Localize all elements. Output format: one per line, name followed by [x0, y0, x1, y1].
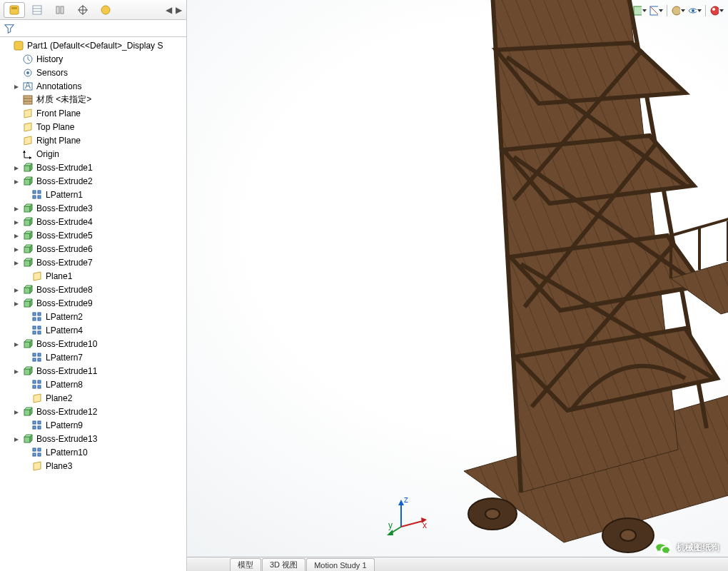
expand-toggle-icon[interactable]: ▸	[12, 367, 21, 375]
view-orient-icon[interactable]	[616, 4, 630, 18]
apply-scene-icon[interactable]	[687, 4, 702, 18]
tree-item[interactable]: ▸Boss-Extrude2	[1, 174, 186, 188]
svg-rect-74	[38, 385, 41, 388]
tree-filter-bar[interactable]	[0, 20, 186, 37]
svg-rect-81	[38, 426, 41, 429]
pattern-icon	[31, 447, 44, 458]
edit-appearance-icon[interactable]	[671, 4, 685, 18]
tree-item[interactable]: ▸AAnnotations	[1, 79, 186, 93]
tree-item[interactable]: Plane2	[1, 391, 186, 405]
tree-item[interactable]: ▸Boss-Extrude6	[1, 242, 186, 256]
tree-item[interactable]: LPattern8	[1, 378, 186, 391]
tree-item[interactable]: ▸Boss-Extrude8	[1, 283, 186, 296]
svg-line-123	[507, 57, 685, 186]
feature-manager-tab[interactable]	[4, 2, 25, 18]
tree-item[interactable]: LPattern4	[1, 323, 186, 337]
tree-item[interactable]: ▸Boss-Extrude11	[1, 364, 186, 378]
expand-toggle-icon[interactable]	[12, 123, 21, 131]
expand-toggle-icon[interactable]	[12, 69, 21, 77]
expand-toggle-icon[interactable]	[21, 326, 30, 335]
dropdown-caret-icon	[659, 9, 663, 12]
svg-point-89	[553, 6, 560, 14]
tree-item-label: LPattern10	[46, 448, 88, 458]
tree-item[interactable]: Plane1	[1, 269, 186, 283]
dimxpert-manager-tab[interactable]	[72, 2, 93, 18]
pattern-icon	[31, 420, 44, 431]
svg-line-124	[514, 50, 642, 200]
prev-view-icon[interactable]	[583, 4, 597, 18]
expand-toggle-icon[interactable]	[21, 462, 30, 470]
tree-item[interactable]: Right Plane	[1, 133, 186, 147]
expand-toggle-icon[interactable]: ▸	[12, 204, 21, 213]
display-style-icon[interactable]	[632, 4, 647, 18]
tree-item[interactable]: Sensors	[1, 66, 186, 79]
tree-item[interactable]: LPattern10	[1, 445, 186, 459]
expand-toggle-icon[interactable]: ▸	[12, 286, 21, 294]
panel-expand-right-icon[interactable]: ▶	[173, 2, 183, 18]
display-manager-tab[interactable]	[95, 2, 116, 18]
expand-toggle-icon[interactable]	[12, 136, 21, 145]
tree-item[interactable]: Origin	[1, 147, 186, 161]
expand-toggle-icon[interactable]: ▸	[12, 245, 21, 253]
expand-toggle-icon[interactable]	[12, 96, 21, 104]
tree-item[interactable]: ▸Boss-Extrude13	[1, 432, 186, 445]
property-manager-tab[interactable]	[26, 2, 48, 18]
tree-item[interactable]: LPattern2	[1, 310, 186, 323]
svg-rect-1	[11, 7, 17, 9]
extrude-icon	[21, 162, 34, 173]
tree-item[interactable]: ▸Boss-Extrude12	[1, 405, 186, 418]
panel-expand-left-icon[interactable]: ◀	[163, 2, 173, 18]
expand-toggle-icon[interactable]: ▸	[12, 258, 21, 267]
bottom-tab[interactable]: 模型	[230, 558, 261, 571]
expand-toggle-icon[interactable]	[21, 394, 30, 403]
tree-item[interactable]: ▸Boss-Extrude4	[1, 215, 186, 228]
configuration-manager-tab[interactable]	[49, 2, 71, 18]
tree-item[interactable]: LPattern1	[1, 188, 186, 201]
expand-toggle-icon[interactable]	[21, 272, 30, 281]
expand-toggle-icon[interactable]	[12, 109, 21, 118]
feature-tree[interactable]: Part1 (Default<<Default>_Display S Histo…	[0, 37, 186, 571]
tree-item[interactable]: ▸Boss-Extrude7	[1, 256, 186, 269]
expand-toggle-icon[interactable]: ▸	[12, 82, 21, 91]
expand-toggle-icon[interactable]	[12, 150, 21, 158]
tree-item[interactable]: ▸Boss-Extrude9	[1, 296, 186, 310]
expand-toggle-icon[interactable]	[21, 380, 30, 389]
expand-toggle-icon[interactable]: ▸	[12, 163, 21, 172]
expand-toggle-icon[interactable]	[21, 448, 30, 457]
tree-item[interactable]: LPattern9	[1, 418, 186, 432]
expand-toggle-icon[interactable]: ▸	[12, 177, 21, 186]
expand-toggle-icon[interactable]	[21, 191, 30, 199]
expand-toggle-icon[interactable]	[12, 55, 21, 64]
tree-item[interactable]: Plane3	[1, 459, 186, 473]
tree-item[interactable]: 材质 <未指定>	[1, 93, 186, 106]
expand-toggle-icon[interactable]	[3, 41, 11, 50]
expand-toggle-icon[interactable]: ▸	[12, 340, 21, 348]
hide-show-icon[interactable]	[649, 4, 663, 18]
tree-item[interactable]: History	[1, 52, 186, 66]
bottom-tab[interactable]: 3D 视图	[262, 558, 305, 571]
expand-toggle-icon[interactable]: ▸	[12, 231, 21, 240]
section-view-icon[interactable]	[600, 4, 614, 18]
tree-item[interactable]: ▸Boss-Extrude1	[1, 161, 186, 174]
expand-toggle-icon[interactable]: ▸	[12, 435, 21, 443]
graphics-viewport[interactable]: z x y 机械图纸狗 模型3D 视图Motion Study 1	[187, 0, 728, 571]
tree-item[interactable]: Top Plane	[1, 120, 186, 133]
svg-rect-86	[33, 453, 36, 456]
expand-toggle-icon[interactable]: ▸	[12, 218, 21, 226]
expand-toggle-icon[interactable]	[21, 353, 30, 362]
zoom-fit-icon[interactable]	[550, 4, 565, 18]
expand-toggle-icon[interactable]: ▸	[12, 299, 21, 308]
expand-toggle-icon[interactable]	[21, 313, 30, 321]
expand-toggle-icon[interactable]	[21, 421, 30, 430]
tree-item[interactable]: ▸Boss-Extrude10	[1, 337, 186, 350]
tree-item[interactable]: ▸Boss-Extrude5	[1, 228, 186, 242]
tree-item[interactable]: LPattern7	[1, 350, 186, 364]
zoom-area-icon[interactable]	[567, 4, 581, 18]
svg-marker-107	[464, 385, 728, 542]
tree-root[interactable]: Part1 (Default<<Default>_Display S	[1, 39, 186, 52]
tree-item[interactable]: ▸Boss-Extrude3	[1, 201, 186, 215]
tree-item[interactable]: Front Plane	[1, 106, 186, 120]
view-settings-icon[interactable]	[709, 4, 724, 18]
bottom-tab[interactable]: Motion Study 1	[306, 558, 374, 571]
expand-toggle-icon[interactable]: ▸	[12, 408, 21, 416]
